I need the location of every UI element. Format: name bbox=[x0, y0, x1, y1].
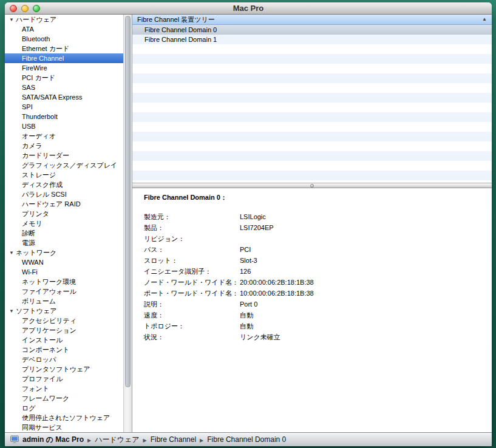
sidebar-item[interactable]: ディスク作成 bbox=[5, 180, 123, 189]
detail-label: 製造元： bbox=[144, 211, 240, 222]
detail-row: 速度：自動 bbox=[144, 310, 492, 321]
sidebar-item[interactable]: SATA/SATA Express bbox=[5, 92, 123, 102]
sidebar-item[interactable]: ATA bbox=[5, 24, 123, 34]
sidebar-item[interactable]: USB bbox=[5, 121, 123, 131]
sidebar-item[interactable]: コンポーネント bbox=[5, 345, 123, 355]
sidebar-item[interactable]: フレームワーク bbox=[5, 393, 123, 403]
detail-value: Slot-3 bbox=[240, 255, 257, 266]
breadcrumb-item[interactable]: admin の Mac Pro bbox=[22, 435, 84, 444]
detail-value: LSILogic bbox=[240, 211, 266, 222]
detail-row: バス：PCI bbox=[144, 244, 492, 255]
detail-label: ポート・ワールド・ワイド名： bbox=[144, 288, 240, 299]
disclosure-triangle-icon[interactable]: ▼ bbox=[7, 307, 16, 316]
system-information-window: Mac Pro ▼ハードウェアATABluetoothEthernet カードF… bbox=[5, 2, 492, 446]
sidebar-item[interactable]: WWAN bbox=[5, 257, 123, 267]
sidebar-item[interactable]: ハードウェア RAID bbox=[5, 199, 123, 209]
sidebar-item[interactable]: プロファイル bbox=[5, 374, 123, 384]
sidebar-section-hardware[interactable]: ▼ハードウェア bbox=[5, 15, 123, 24]
sidebar-tree: ▼ハードウェアATABluetoothEthernet カードFibre Cha… bbox=[5, 15, 123, 432]
sidebar-item[interactable]: パラレル SCSI bbox=[5, 189, 123, 199]
detail-row: 状況：リンク未確立 bbox=[144, 331, 492, 342]
sidebar-item[interactable]: 同期サービス bbox=[5, 423, 123, 432]
sidebar-item[interactable]: ストレージ bbox=[5, 170, 123, 180]
detail-row: ノード・ワールド・ワイド名：20:00:00:06:2B:18:1B:38 bbox=[144, 277, 492, 288]
breadcrumb-separator-icon: ▶ bbox=[143, 438, 147, 443]
disclosure-triangle-icon[interactable]: ▼ bbox=[7, 15, 16, 25]
sidebar-item[interactable]: プリンタ bbox=[5, 209, 123, 219]
sidebar-item[interactable]: Wi-Fi bbox=[5, 267, 123, 277]
breadcrumb-item[interactable]: Fibre Channel bbox=[151, 435, 196, 444]
sidebar-item[interactable]: フォント bbox=[5, 384, 123, 393]
device-tree-row[interactable]: Fibre Channel Domain 0 bbox=[132, 25, 492, 35]
sidebar-section-label: ネットワーク bbox=[16, 249, 56, 256]
sidebar-item[interactable]: メモリ bbox=[5, 219, 123, 228]
detail-label: 説明： bbox=[144, 299, 240, 310]
device-tree-header-label: Fibre Channel 装置ツリー bbox=[137, 15, 215, 24]
titlebar[interactable]: Mac Pro bbox=[5, 2, 492, 15]
detail-row: 製品：LSI7204EP bbox=[144, 222, 492, 233]
sidebar-item[interactable]: ファイアウォール bbox=[5, 287, 123, 296]
sidebar-item[interactable]: グラフィックス／ディスプレイ bbox=[5, 160, 123, 170]
sidebar-item[interactable]: アクセシビリティ bbox=[5, 316, 123, 325]
detail-value: リンク未確立 bbox=[240, 331, 280, 342]
sidebar-item[interactable]: SPI bbox=[5, 102, 123, 112]
sidebar-section-label: ソフトウェア bbox=[16, 307, 57, 314]
sidebar-item[interactable]: プリンタソフトウェア bbox=[5, 364, 123, 374]
breadcrumb-item[interactable]: Fibre Channel Domain 0 bbox=[207, 435, 286, 444]
minimize-button[interactable] bbox=[21, 5, 29, 12]
sidebar-item[interactable]: インストール bbox=[5, 335, 123, 345]
window-controls bbox=[10, 2, 40, 14]
sidebar-item[interactable]: SAS bbox=[5, 83, 123, 92]
zoom-button[interactable] bbox=[33, 5, 40, 12]
detail-value: LSI7204EP bbox=[240, 222, 274, 233]
breadcrumb-separator-icon: ▶ bbox=[200, 438, 203, 443]
disclosure-triangle-icon[interactable]: ▼ bbox=[7, 248, 16, 258]
splitter-grip-icon bbox=[310, 184, 314, 188]
detail-row: トポロジー：自動 bbox=[144, 321, 492, 331]
panel-splitter[interactable] bbox=[132, 183, 492, 188]
detail-label: スロット： bbox=[144, 255, 240, 266]
sidebar-item[interactable]: 使用停止されたソフトウェア bbox=[5, 413, 123, 423]
breadcrumb-separator-icon: ▶ bbox=[87, 438, 91, 443]
detail-label: イニシエータ識別子： bbox=[144, 266, 240, 277]
detail-value: 自動 bbox=[240, 310, 253, 321]
device-tree-panel: Fibre Channel 装置ツリー ▲ Fibre Channel Doma… bbox=[132, 15, 492, 183]
sidebar-item[interactable]: カードリーダー bbox=[5, 151, 123, 160]
sidebar-item[interactable]: カメラ bbox=[5, 141, 123, 151]
sidebar-item[interactable]: アプリケーション bbox=[5, 325, 123, 335]
device-tree-row[interactable]: Fibre Channel Domain 1 bbox=[132, 35, 492, 44]
breadcrumb-item[interactable]: ハードウェア bbox=[95, 435, 139, 444]
detail-label: バス： bbox=[144, 244, 240, 255]
sidebar-scrollbar[interactable] bbox=[123, 15, 132, 432]
sidebar-item[interactable]: FireWire bbox=[5, 63, 123, 73]
device-tree-column-header[interactable]: Fibre Channel 装置ツリー ▲ bbox=[132, 15, 492, 25]
sidebar-item[interactable]: 診断 bbox=[5, 228, 123, 238]
breadcrumb: admin の Mac Pro▶ハードウェア▶Fibre Channel▶Fib… bbox=[22, 435, 286, 445]
details-fields: 製造元：LSILogic製品：LSI7204EPリビジョン：バス：PCIスロット… bbox=[132, 211, 492, 342]
detail-value: PCI bbox=[240, 244, 251, 255]
sidebar-item[interactable]: ボリューム bbox=[5, 296, 123, 306]
sidebar-item[interactable]: Bluetooth bbox=[5, 34, 123, 44]
sidebar-item[interactable]: ログ bbox=[5, 403, 123, 413]
detail-label: 状況： bbox=[144, 331, 240, 342]
sidebar-section-network[interactable]: ▼ネットワーク bbox=[5, 248, 123, 257]
sidebar-item[interactable]: ネットワーク環境 bbox=[5, 277, 123, 287]
detail-row: ポート・ワールド・ワイド名：10:00:00:06:2B:18:1B:38 bbox=[144, 288, 492, 299]
sidebar-item[interactable]: Ethernet カード bbox=[5, 44, 123, 53]
sidebar-section-label: ハードウェア bbox=[16, 16, 56, 23]
sidebar-item[interactable]: Thunderbolt bbox=[5, 112, 123, 121]
scrollbar-thumb[interactable] bbox=[125, 16, 131, 387]
close-button[interactable] bbox=[10, 5, 17, 12]
sidebar-item[interactable]: デベロッパ bbox=[5, 355, 123, 364]
detail-label: 速度： bbox=[144, 310, 240, 321]
detail-label: ノード・ワールド・ワイド名： bbox=[144, 277, 240, 288]
computer-icon bbox=[10, 435, 19, 444]
sidebar-item[interactable]: Fibre Channel bbox=[5, 53, 123, 63]
sidebar-item[interactable]: PCI カード bbox=[5, 73, 123, 83]
sort-ascending-icon[interactable]: ▲ bbox=[482, 15, 487, 24]
sidebar-section-software[interactable]: ▼ソフトウェア bbox=[5, 306, 123, 316]
sidebar-item[interactable]: 電源 bbox=[5, 238, 123, 248]
main-panel: Fibre Channel 装置ツリー ▲ Fibre Channel Doma… bbox=[132, 15, 492, 432]
detail-label: リビジョン： bbox=[144, 233, 240, 244]
sidebar-item[interactable]: オーディオ bbox=[5, 131, 123, 141]
